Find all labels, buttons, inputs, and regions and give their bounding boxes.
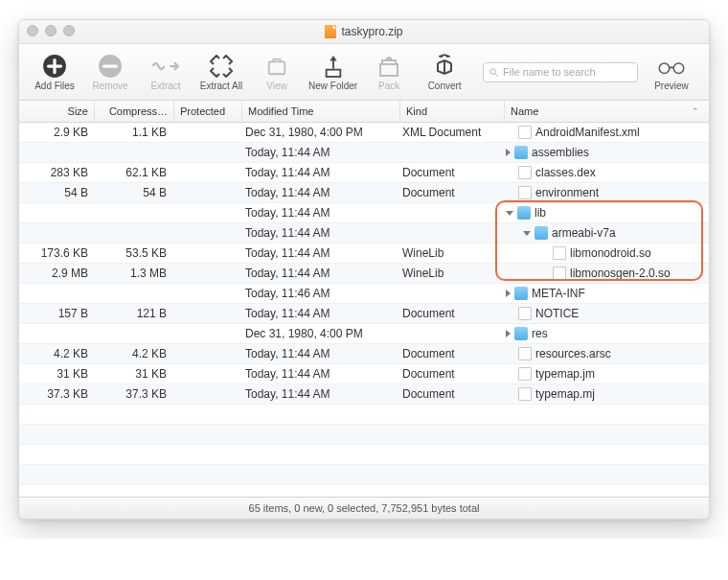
table-row[interactable]: 4.2 KB4.2 KBToday, 11:44 AMDocumentresou… [19,344,709,364]
cell-size: 173.6 KB [19,246,94,260]
table-row[interactable]: 2.9 MB1.3 MBToday, 11:44 AMWineLiblibmon… [19,264,709,284]
column-modified-time[interactable]: Modified Time [242,101,400,122]
extract-button: Extract [138,53,193,91]
table-row[interactable]: 157 B121 BToday, 11:44 AMDocumentNOTICE [19,304,709,324]
archive-window: taskypro.zip Add FilesRemoveExtractExtra… [18,19,710,520]
table-row[interactable]: 173.6 KB53.5 KBToday, 11:44 AMWineLiblib… [19,244,709,264]
folder-icon [535,226,548,240]
svg-point-9 [673,63,684,74]
zip-icon [325,25,336,38]
disclosure-down-icon[interactable] [506,211,513,216]
cell-name: typemap.jm [500,367,709,381]
remove-icon [98,53,123,80]
svg-point-8 [659,63,670,74]
svg-rect-4 [380,64,398,76]
cell-name: resources.arsc [500,347,709,360]
column-compressed[interactable]: Compress… [95,101,174,122]
cell-modified-time: Today, 11:44 AM [239,166,397,179]
disclosure-right-icon[interactable] [506,149,511,156]
cell-size: 283 KB [19,166,94,179]
cell-kind: WineLib [397,267,500,280]
disclosure-down-icon[interactable] [523,231,531,236]
cell-modified-time: Today, 11:44 AM [239,387,397,401]
table-row[interactable]: 2.9 KB1.1 KBDec 31, 1980, 4:00 PMXML Doc… [19,123,709,143]
table-row[interactable]: Today, 11:44 AMlib [19,203,709,223]
empty-row [19,485,709,497]
empty-row [19,405,709,425]
filename: armeabi-v7a [552,226,616,240]
column-protected[interactable]: Protected [174,101,242,122]
cell-modified-time: Today, 11:46 AM [239,287,397,300]
file-icon [518,367,532,381]
close-window-button[interactable] [27,25,38,36]
toolbar-label: Convert [428,81,462,91]
cell-size: 54 B [19,186,94,199]
filename: typemap.mj [535,387,595,401]
titlebar: taskypro.zip [19,20,709,44]
new-folder-button[interactable]: New Folder [305,53,361,91]
cell-size: 4.2 KB [19,347,94,360]
table-row[interactable]: Today, 11:46 AMMETA-INF [19,284,709,304]
empty-row [19,425,709,445]
glasses-icon [657,53,686,80]
disclosure-right-icon[interactable] [506,330,511,337]
cell-compressed: 53.5 KB [94,246,172,260]
file-icon [518,186,532,199]
table-row[interactable]: 31 KB31 KBToday, 11:44 AMDocumenttypemap… [19,364,709,384]
svg-rect-5 [382,60,396,64]
cell-kind: Document [397,186,500,199]
cell-compressed: 1.3 MB [94,267,172,280]
remove-button: Remove [82,53,138,91]
table-row[interactable]: 37.3 KB37.3 KBToday, 11:44 AMDocumenttyp… [19,384,709,405]
cell-size: 37.3 KB [19,387,94,401]
cell-modified-time: Dec 31, 1980, 4:00 PM [239,126,397,139]
toolbar: Add FilesRemoveExtractExtract AllViewNew… [19,44,709,101]
cell-kind: Document [397,387,500,401]
table-row[interactable]: Dec 31, 1980, 4:00 PMres [19,324,709,344]
empty-row [19,445,709,465]
cell-compressed: 121 B [94,307,172,320]
table-row[interactable]: Today, 11:44 AMarmeabi-v7a [19,223,709,244]
cell-size: 2.9 KB [19,126,94,139]
disclosure-right-icon[interactable] [506,290,511,297]
column-name[interactable]: Name⌃ [505,101,709,122]
table-row[interactable]: Today, 11:44 AMassemblies [19,143,709,163]
extract-icon [151,53,180,80]
zoom-window-button[interactable] [63,25,75,36]
cell-name: AndroidManifest.xml [500,126,709,139]
filename: resources.arsc [535,347,611,360]
search-input[interactable]: File name to search [483,62,638,82]
column-headers: Size Compress… Protected Modified Time K… [19,101,709,123]
filename: res [532,327,548,340]
filename: NOTICE [535,307,579,320]
table-row[interactable]: 283 KB62.1 KBToday, 11:44 AMDocumentclas… [19,163,709,183]
cell-kind: Document [397,307,500,320]
cell-compressed: 31 KB [94,367,172,381]
empty-row [19,465,709,485]
toolbar-label: View [266,81,287,91]
file-list[interactable]: 2.9 KB1.1 KBDec 31, 1980, 4:00 PMXML Doc… [19,123,709,497]
cell-name: lib [500,206,709,220]
view-button: View [249,53,305,91]
cell-modified-time: Today, 11:44 AM [239,206,397,220]
cell-size: 2.9 MB [19,267,94,280]
table-row[interactable]: 54 B54 BToday, 11:44 AMDocumentenvironme… [19,183,709,203]
cell-name: classes.dex [500,166,709,179]
cell-size: 31 KB [19,367,94,381]
svg-line-7 [495,73,498,76]
cell-kind: WineLib [397,246,500,260]
cell-name: res [500,327,709,340]
preview-button[interactable]: Preview [642,53,701,91]
column-kind[interactable]: Kind [400,101,505,122]
add-files-icon [42,53,67,80]
toolbar-label: Pack [378,81,399,91]
window-controls [27,25,75,36]
column-size[interactable]: Size [19,101,95,122]
filename: classes.dex [535,166,596,179]
minimize-window-button[interactable] [45,25,57,36]
add-files-button[interactable]: Add Files [27,53,82,91]
toolbar-label: Add Files [34,81,75,91]
cell-name: environment [500,186,709,199]
extract-all-button[interactable]: Extract All [193,53,249,91]
convert-button[interactable]: Convert [417,53,472,91]
